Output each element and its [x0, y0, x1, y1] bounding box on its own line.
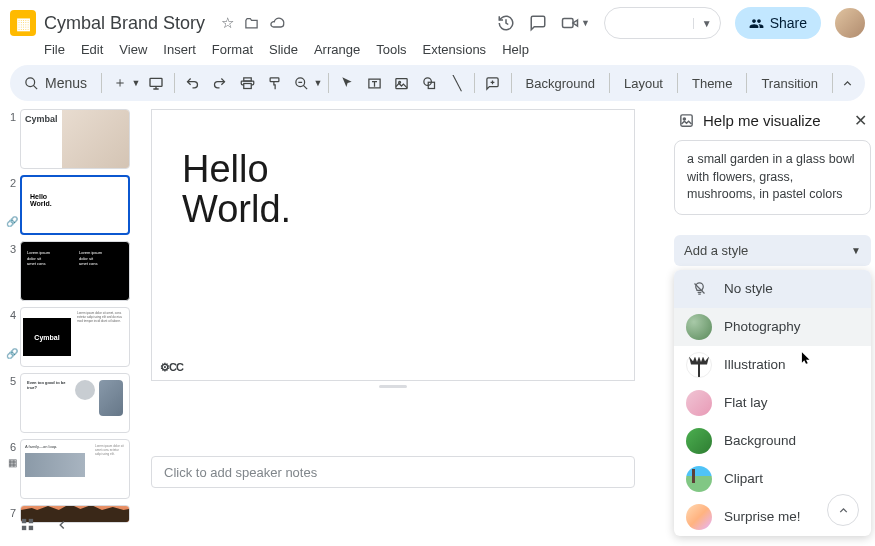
notes-resize-handle[interactable]: [379, 385, 407, 388]
history-icon[interactable]: [497, 14, 515, 32]
menu-search[interactable]: Menus: [16, 75, 95, 91]
cursor-icon: [799, 350, 813, 366]
style-option-background[interactable]: Background: [674, 422, 871, 460]
comments-icon[interactable]: [529, 14, 547, 32]
menu-edit[interactable]: Edit: [81, 42, 103, 57]
clipart-swatch: [686, 466, 712, 492]
image-tool[interactable]: [390, 71, 413, 95]
menu-view[interactable]: View: [119, 42, 147, 57]
theme-button[interactable]: Theme: [684, 76, 740, 91]
style-option-none[interactable]: No style: [674, 270, 871, 308]
menu-bar: File Edit View Insert Format Slide Arran…: [0, 40, 875, 61]
svg-rect-4: [243, 83, 251, 88]
zoom-button[interactable]: [290, 71, 313, 95]
account-avatar[interactable]: [835, 8, 865, 38]
background-button[interactable]: Background: [518, 76, 603, 91]
svg-point-1: [26, 77, 35, 86]
line-tool[interactable]: ╲: [445, 71, 468, 95]
panel-title: Help me visualize: [703, 112, 846, 129]
svg-rect-14: [22, 519, 26, 523]
layout-button[interactable]: Layout: [616, 76, 671, 91]
menu-slide[interactable]: Slide: [269, 42, 298, 57]
prompt-input[interactable]: a small garden in a glass bowl with flow…: [674, 140, 871, 215]
svg-rect-11: [681, 115, 692, 126]
slide-thumbnail-3[interactable]: 3 Lorem ipsumdolor sitamet cons Lorem ip…: [4, 241, 141, 301]
slide-thumbnail-1[interactable]: 1 Cymbal: [4, 109, 141, 169]
shape-tool[interactable]: [418, 71, 441, 95]
menu-arrange[interactable]: Arrange: [314, 42, 360, 57]
slide-canvas[interactable]: HelloWorld. ⚙CC: [151, 109, 635, 381]
svg-rect-16: [22, 526, 26, 530]
slide-logo: ⚙CC: [160, 361, 183, 374]
slideshow-button[interactable]: Slideshow ▼: [604, 7, 721, 39]
explore-fab[interactable]: [827, 494, 859, 526]
toolbar-collapse-button[interactable]: [835, 71, 859, 95]
svg-rect-2: [150, 78, 162, 86]
document-title[interactable]: Cymbal Brand Story: [44, 13, 205, 34]
select-tool[interactable]: [335, 71, 358, 95]
transition-button[interactable]: Transition: [753, 76, 826, 91]
menu-format[interactable]: Format: [212, 42, 253, 57]
svg-point-12: [683, 118, 685, 120]
menu-extensions[interactable]: Extensions: [423, 42, 487, 57]
link-icon: ▦: [4, 457, 20, 468]
comment-tool[interactable]: [481, 71, 504, 95]
move-icon[interactable]: [244, 16, 259, 31]
canvas-area: HelloWorld. ⚙CC Click to add speaker not…: [145, 105, 665, 543]
help-me-visualize-panel: Help me visualize ✕ a small garden in a …: [665, 105, 875, 543]
redo-button[interactable]: [208, 71, 231, 95]
print-button[interactable]: [235, 71, 258, 95]
slide-filmstrip[interactable]: 1 Cymbal 2 🔗 HelloWorld. 3 Lorem ipsumdo…: [0, 105, 145, 543]
style-option-illustration[interactable]: Illustration: [674, 346, 871, 384]
slide-thumbnail-4[interactable]: 4 🔗 Cymbal Lorem ipsum dolor sit amet, c…: [4, 307, 141, 367]
menu-help[interactable]: Help: [502, 42, 529, 57]
star-icon[interactable]: ☆: [221, 14, 234, 32]
speaker-notes[interactable]: Click to add speaker notes: [151, 456, 635, 488]
illustration-swatch: [686, 352, 712, 378]
flat-lay-swatch: [686, 390, 712, 416]
menu-file[interactable]: File: [44, 42, 65, 57]
style-dropdown[interactable]: Add a style ▼: [674, 235, 871, 266]
menu-tools[interactable]: Tools: [376, 42, 406, 57]
new-canvas-button[interactable]: [144, 71, 167, 95]
chevron-left-icon[interactable]: [55, 518, 69, 532]
share-icon: [749, 16, 764, 31]
new-slide-button[interactable]: ＋: [108, 71, 131, 95]
style-option-clipart[interactable]: Clipart: [674, 460, 871, 498]
slide-thumbnail-2[interactable]: 2 🔗 HelloWorld.: [4, 175, 141, 235]
undo-button[interactable]: [181, 71, 204, 95]
title-bar: ▦ Cymbal Brand Story ☆ ▼ Sl: [0, 0, 875, 40]
meet-icon[interactable]: ▼: [561, 14, 590, 32]
sparkle-icon: [678, 112, 695, 129]
share-button[interactable]: Share: [735, 7, 821, 39]
search-icon: [24, 76, 39, 91]
grid-view-icon[interactable]: [20, 517, 35, 532]
chevron-down-icon: ▼: [851, 245, 861, 256]
paint-format-button[interactable]: [263, 71, 286, 95]
link-icon: 🔗: [4, 216, 20, 227]
style-option-photography[interactable]: Photography: [674, 308, 871, 346]
svg-rect-0: [562, 19, 573, 28]
menu-insert[interactable]: Insert: [163, 42, 196, 57]
no-style-icon: [686, 276, 712, 302]
background-swatch: [686, 428, 712, 454]
textbox-tool[interactable]: [363, 71, 386, 95]
surprise-swatch: [686, 504, 712, 530]
slide-text[interactable]: HelloWorld.: [182, 150, 604, 230]
slide-thumbnail-5[interactable]: 5 Even too good to be true?: [4, 373, 141, 433]
svg-rect-15: [29, 519, 33, 523]
app-icon[interactable]: ▦: [10, 10, 36, 36]
close-icon[interactable]: ✕: [854, 111, 867, 130]
style-option-flat-lay[interactable]: Flat lay: [674, 384, 871, 422]
toolbar: Menus ＋ ▼ ▼ ╲ Background Layout Theme: [10, 65, 865, 101]
svg-rect-17: [29, 526, 33, 530]
slide-thumbnail-6[interactable]: 6 ▦ A family—on loop. Lorem ipsum dolor …: [4, 439, 141, 499]
slideshow-caret[interactable]: ▼: [693, 18, 720, 29]
photography-swatch: [686, 314, 712, 340]
link-icon: 🔗: [4, 348, 20, 359]
cloud-status-icon[interactable]: [269, 15, 285, 31]
